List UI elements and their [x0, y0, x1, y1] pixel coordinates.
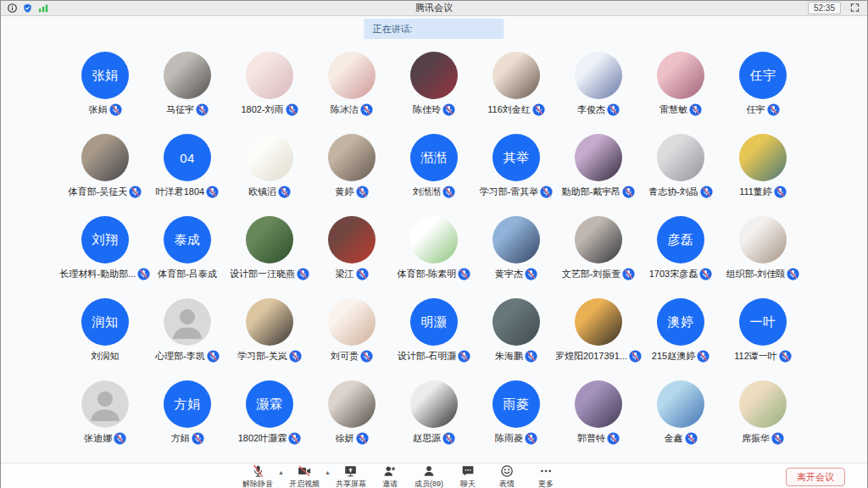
participant-tile[interactable]: 湉湉刘湉湉: [393, 134, 476, 216]
participant-tile[interactable]: 黄宇杰: [476, 216, 558, 298]
toolbar-mic-muted[interactable]: 解除静音: [238, 464, 277, 488]
avatar: 泰成: [164, 216, 211, 263]
muted-mic-icon: [771, 432, 784, 445]
participant-tile[interactable]: 澳婷215赵澳婷: [640, 298, 722, 380]
participant-tile[interactable]: 马征宇: [147, 52, 229, 134]
participant-name: 112谭一叶: [734, 350, 777, 363]
muted-mic-icon: [129, 186, 142, 198]
participant-tile[interactable]: 青志协-刘晶: [640, 134, 722, 216]
participant-tile[interactable]: 方娟方娟: [147, 380, 229, 463]
meeting-window: 腾讯会议 52:35 正在讲话: 张娟张娟马征宇1802-刘雨陈冰洁陈佳玲116…: [0, 0, 868, 488]
avatar: [739, 134, 787, 181]
participant-name: 1802-刘雨: [241, 103, 283, 116]
participant-tile[interactable]: 明灏设计部-石明灏: [393, 298, 476, 380]
participant-name: 罗煌阳2017391...: [555, 350, 627, 363]
info-icon: [8, 3, 17, 13]
toolbar-invite[interactable]: 邀请: [370, 464, 409, 488]
toolbar-items: 解除静音▲开启视频▲共享屏幕邀请成员(89)聊天表情更多: [238, 463, 565, 488]
participant-tile[interactable]: 泰成体育部-吕泰成: [147, 216, 229, 298]
participant-name: 刘湉湉: [413, 186, 441, 198]
muted-mic-icon: [699, 268, 712, 280]
participant-tile[interactable]: 梁江: [311, 216, 393, 298]
participant-tile[interactable]: 张娟张娟: [64, 52, 147, 134]
participant-tile[interactable]: 罗煌阳2017391...: [558, 298, 640, 380]
participant-tile[interactable]: 郭普特: [558, 380, 640, 463]
avatar: [739, 380, 787, 428]
window-title: 腾讯会议: [1, 2, 867, 14]
participant-tile[interactable]: 刘可贵: [311, 298, 393, 380]
participant-tile[interactable]: 欧镇滔: [229, 134, 311, 216]
avatar: 灏霖: [246, 380, 293, 428]
participant-tile[interactable]: 设计部一汪晓燕: [229, 216, 311, 298]
toolbar-camera-off[interactable]: 开启视频: [285, 464, 324, 488]
participant-tile[interactable]: 雨菱陈雨菱: [476, 380, 558, 463]
participant-tile[interactable]: 灏霖1802叶灏霖: [229, 380, 311, 463]
avatar: 明灏: [410, 298, 458, 346]
participant-tile[interactable]: 黄婷: [311, 134, 393, 216]
participant-tile[interactable]: 其举学习部-雷其举: [476, 134, 558, 216]
meeting-timer: 52:35: [808, 2, 841, 14]
bottom-toolbar: 解除静音▲开启视频▲共享屏幕邀请成员(89)聊天表情更多 离开会议: [1, 463, 867, 488]
participant-tile[interactable]: 彦磊1703宋彦磊: [640, 216, 722, 298]
participant-tile[interactable]: 刘翔长理材料-勤助部...: [64, 216, 147, 298]
participant-tile[interactable]: 李俊杰: [558, 52, 640, 134]
participant-tile[interactable]: 学习部-关岚: [229, 298, 311, 380]
avatar: [246, 52, 293, 99]
participant-name: 黄宇杰: [495, 268, 523, 280]
avatar: [575, 298, 622, 346]
avatar-initials: 刘翔: [92, 232, 119, 248]
avatar: [328, 380, 376, 428]
participant-tile[interactable]: 116刘金红: [476, 52, 558, 134]
avatar-initials: 张娟: [92, 68, 119, 84]
avatar: 方娟: [164, 380, 211, 428]
participant-tile[interactable]: 润知刘润知: [64, 298, 147, 380]
muted-mic-icon: [206, 186, 219, 198]
participant-tile[interactable]: 任宇任宇: [722, 52, 804, 134]
participant-tile[interactable]: 体育部-陈素明: [393, 216, 476, 298]
participant-tile[interactable]: 心理部-李凯: [147, 298, 229, 380]
toolbar-screen-share[interactable]: 共享屏幕: [331, 464, 370, 488]
participant-tile[interactable]: 陈佳玲: [393, 52, 476, 134]
participant-tile[interactable]: 赵思源: [393, 380, 476, 463]
participant-name: 学习部-关岚: [237, 350, 287, 363]
participant-tile[interactable]: 一叶112谭一叶: [722, 298, 804, 380]
avatar: 04: [164, 134, 211, 181]
caret-up-icon[interactable]: ▲: [278, 469, 284, 475]
avatar: [328, 134, 376, 181]
toolbar-chat[interactable]: 聊天: [448, 464, 487, 488]
muted-mic-icon: [356, 268, 369, 280]
participant-tile[interactable]: 朱海鹏: [476, 298, 558, 380]
participant-name: 李俊杰: [577, 103, 605, 116]
toolbar-more[interactable]: 更多: [526, 464, 565, 488]
participant-tile[interactable]: 111董婷: [722, 134, 804, 216]
participant-tile[interactable]: 组织部-刘佳颐: [722, 216, 804, 298]
fullscreen-icon[interactable]: [849, 1, 860, 16]
toolbar-emoji[interactable]: 表情: [487, 464, 526, 488]
avatar-initials: 灏霖: [257, 396, 283, 413]
participant-tile[interactable]: 席振华: [722, 380, 804, 463]
screen-share-icon: [343, 464, 358, 478]
avatar: 澳婷: [657, 298, 704, 346]
participant-tile[interactable]: 金鑫: [640, 380, 722, 463]
participant-tile[interactable]: 文艺部-刘振萱: [558, 216, 640, 298]
participant-name: 欧镇滔: [248, 186, 276, 198]
participant-tile[interactable]: 张迪娜: [64, 380, 147, 463]
avatar: [575, 52, 622, 99]
participant-tile[interactable]: 陈冰洁: [311, 52, 393, 134]
avatar: 润知: [81, 298, 129, 346]
participant-tile[interactable]: 1802-刘雨: [229, 52, 311, 134]
camera-off-icon: [297, 464, 312, 478]
participant-tile[interactable]: 04叶洋君1804: [147, 134, 229, 216]
toolbar-members[interactable]: 成员(89): [409, 464, 448, 488]
participant-tile[interactable]: 勤助部-戴宇昂: [558, 134, 640, 216]
participant-tile[interactable]: 徐妍: [311, 380, 393, 463]
participant-name: 111董婷: [739, 186, 772, 198]
muted-mic-icon: [192, 432, 204, 445]
participant-tile[interactable]: 雷慧敏: [640, 52, 722, 134]
leave-meeting-button[interactable]: 离开会议: [786, 468, 845, 486]
participant-name: 席振华: [742, 432, 770, 445]
participant-tile[interactable]: 体育部-吴征天: [64, 134, 147, 216]
muted-mic-icon: [607, 432, 620, 445]
muted-mic-icon: [442, 186, 455, 198]
caret-up-icon[interactable]: ▲: [325, 469, 331, 475]
